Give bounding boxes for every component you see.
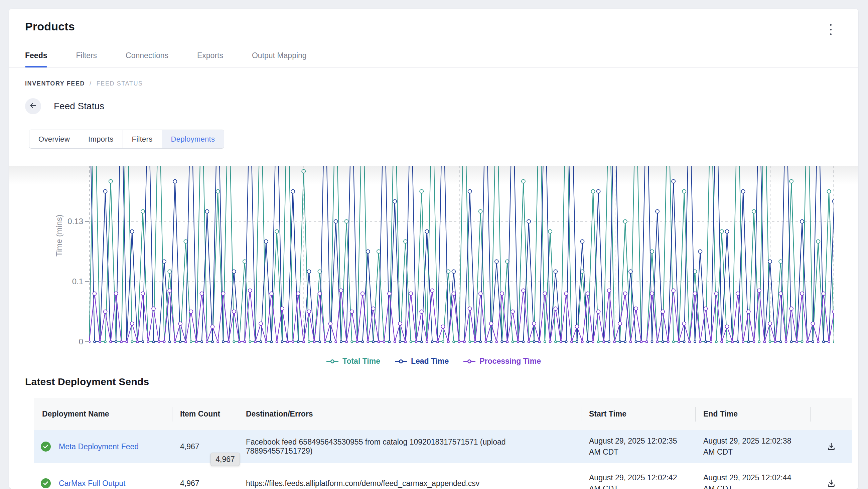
legend-lead-time[interactable]: Lead Time <box>395 357 449 366</box>
sub-tab-deployments[interactable]: Deployments <box>162 130 224 148</box>
y-tick-mark <box>85 221 89 222</box>
col-actions <box>810 407 852 422</box>
col-deployment-name: Deployment Name <box>34 407 172 422</box>
success-check-icon <box>41 442 51 452</box>
sub-tab-filters[interactable]: Filters <box>123 130 162 148</box>
latest-deployment-sends-section: Latest Deployment Sends Deployment Name … <box>9 376 858 489</box>
breadcrumb-inventory-feed[interactable]: INVENTORY FEED <box>25 80 85 87</box>
sub-tab-imports[interactable]: Imports <box>79 130 123 148</box>
download-button[interactable] <box>810 478 852 488</box>
breadcrumb: INVENTORY FEED / FEED STATUS <box>9 80 858 87</box>
col-end-time: End Time <box>695 407 810 422</box>
arrow-left-icon <box>29 101 37 111</box>
deployment-name-link[interactable]: CarMax Full Output <box>59 479 125 488</box>
breadcrumb-separator: / <box>90 80 92 87</box>
legend-processing-time[interactable]: Processing Time <box>463 357 541 366</box>
sub-tab-overview[interactable]: Overview <box>29 130 79 148</box>
tab-connections[interactable]: Connections <box>126 51 168 67</box>
tab-feeds[interactable]: Feeds <box>25 51 47 67</box>
legend-marker-icon <box>395 359 407 364</box>
col-item-count: Item Count <box>172 407 238 422</box>
legend-marker-icon <box>327 359 338 364</box>
success-check-icon <box>41 478 51 488</box>
deployment-times-chart: Time (mins) 0.13 0.1 0 Total Time Lead T… <box>9 166 858 376</box>
end-time-cell: August 29, 2025 12:02:38 AM CDT <box>695 435 810 458</box>
y-tick-013: 0.13 <box>49 217 83 226</box>
table-row[interactable]: CarMax Full Output 4,967 https://files.f… <box>34 463 852 489</box>
col-start-time: Start Time <box>581 407 695 422</box>
tab-output-mapping[interactable]: Output Mapping <box>252 51 307 67</box>
item-count-cell[interactable]: 4,967 <box>172 479 238 488</box>
y-tick-mark <box>85 281 89 282</box>
legend-total-time[interactable]: Total Time <box>327 357 380 366</box>
tab-filters[interactable]: Filters <box>76 51 97 67</box>
download-button[interactable] <box>810 442 852 452</box>
chart-plot-area[interactable] <box>89 166 834 343</box>
section-title: Latest Deployment Sends <box>9 376 858 387</box>
sticky-header: Products Feeds Filters Connections Expor… <box>9 9 858 166</box>
page-title: Products <box>25 20 75 33</box>
main-tab-bar: Feeds Filters Connections Exports Output… <box>9 51 858 67</box>
start-time-cell: August 29, 2025 12:02:35 AM CDT <box>581 435 695 458</box>
item-count-cell[interactable]: 4,967 <box>172 442 238 451</box>
feed-status-title: Feed Status <box>54 101 104 111</box>
download-icon <box>826 442 836 452</box>
y-tick-01: 0.1 <box>49 277 83 286</box>
destination-cell: Facebook feed 658495643530955 from catal… <box>238 437 581 456</box>
col-destination-errors: Destination/Errors <box>238 407 581 422</box>
legend-marker-icon <box>463 359 475 364</box>
start-time-cell: August 29, 2025 12:02:42 AM CDT <box>581 472 695 489</box>
deployment-name-link[interactable]: Meta Deployment Feed <box>59 442 138 451</box>
download-icon <box>826 478 836 488</box>
products-card: Products Feeds Filters Connections Expor… <box>9 9 858 489</box>
item-count-tooltip: 4,967 <box>211 453 240 466</box>
tab-exports[interactable]: Exports <box>197 51 223 67</box>
kebab-menu-icon[interactable] <box>827 21 834 38</box>
y-tick-0: 0 <box>49 337 83 346</box>
chart-legend: Total Time Lead Time Processing Time <box>9 357 858 366</box>
y-tick-mark <box>85 341 89 342</box>
table-header-row: Deployment Name Item Count Destination/E… <box>34 398 852 430</box>
feed-chart-svg <box>89 166 834 343</box>
back-button[interactable] <box>25 98 41 114</box>
sub-tab-group: Overview Imports Filters Deployments <box>29 130 224 149</box>
table-row[interactable]: Meta Deployment Feed 4,967 Facebook feed… <box>34 430 852 463</box>
destination-cell: https://files.feeds.alliplatform.com/dem… <box>238 479 581 488</box>
breadcrumb-feed-status: FEED STATUS <box>97 80 143 87</box>
deployments-table: Deployment Name Item Count Destination/E… <box>34 398 852 489</box>
end-time-cell: August 29, 2025 12:02:44 AM CDT <box>695 472 810 489</box>
